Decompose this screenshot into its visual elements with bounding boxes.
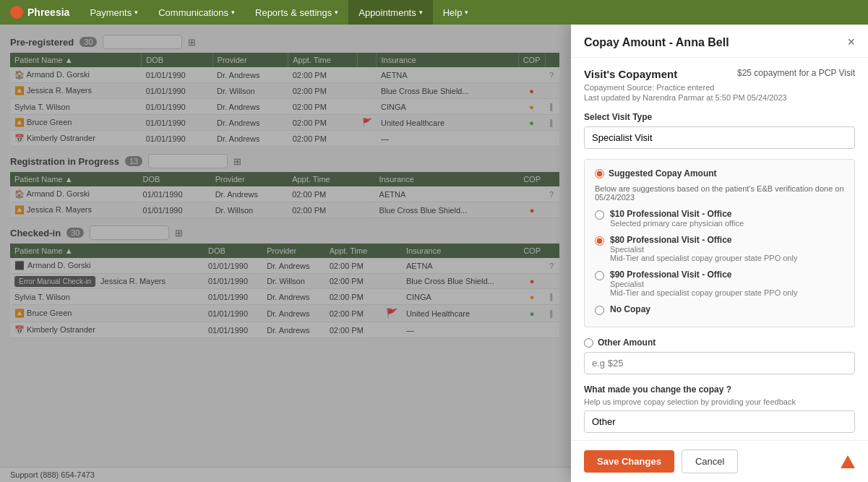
- copay-option-3-sub1: Specialist: [610, 280, 797, 288]
- copay-header: Visit's Copayment $25 copayment for a PC…: [584, 68, 855, 80]
- payments-chevron: ▾: [134, 9, 138, 16]
- save-changes-button[interactable]: Save Changes: [584, 450, 674, 473]
- communications-label: Communications: [158, 7, 228, 18]
- logo-text: Phreesia: [27, 7, 69, 18]
- copay-option-1-radio[interactable]: [595, 210, 604, 220]
- copay-option-4: No Copay: [595, 304, 844, 315]
- cancel-button[interactable]: Cancel: [682, 449, 738, 473]
- help-label: Help: [443, 7, 463, 18]
- modal-body: Visit's Copayment $25 copayment for a PC…: [571, 58, 868, 440]
- nav-item-help[interactable]: Help ▾: [433, 0, 479, 25]
- suggested-copay-radio[interactable]: [595, 169, 604, 178]
- nav-item-communications[interactable]: Communications ▾: [148, 0, 245, 25]
- copay-amount-label: $25 copayment for a PCP Visit: [737, 68, 855, 78]
- nav-item-reports[interactable]: Reports & settings ▾: [245, 0, 348, 25]
- feedback-select[interactable]: Other Insurance change Provider request: [584, 410, 855, 433]
- modal-title: Copay Amount - Anna Bell: [584, 36, 729, 49]
- help-chevron: ▾: [465, 9, 468, 16]
- copay-option-3-sub2: Mid-Tier and specialist copay grouper st…: [610, 288, 797, 297]
- modal-panel: Copay Amount - Anna Bell × Visit's Copay…: [571, 25, 868, 482]
- feedback-sub: Help us improve copay selection by provi…: [584, 397, 855, 406]
- appointments-chevron: ▾: [419, 9, 423, 16]
- copay-option-4-name: No Copay: [610, 304, 650, 314]
- copay-option-2: $80 Professional Visit - Office Speciali…: [595, 235, 844, 262]
- reports-chevron: ▾: [335, 9, 338, 16]
- suggested-copay-section: Suggested Copay Amount Below are suggest…: [584, 159, 855, 327]
- other-amount-section: Other Amount: [584, 337, 855, 374]
- other-amount-radio[interactable]: [584, 338, 593, 348]
- modal-overlay: [0, 25, 571, 482]
- suggested-radio-label: Suggested Copay Amount: [595, 168, 844, 178]
- copay-option-2-sub1: Specialist: [610, 245, 797, 254]
- scroll-up-arrow[interactable]: [841, 455, 855, 468]
- nav-bar: Phreesia Payments ▾ Communications ▾ Rep…: [0, 0, 868, 25]
- communications-chevron: ▾: [231, 9, 235, 16]
- logo-dot: [10, 6, 23, 19]
- copay-source: Copayment Source: Practice entered: [584, 83, 855, 92]
- nav-logo: Phreesia: [0, 0, 80, 25]
- copay-option-3-name: $90 Professional Visit - Office: [610, 270, 797, 280]
- reports-label: Reports & settings: [255, 7, 332, 18]
- copay-updated: Last updated by Narendra Parmar at 5:50 …: [584, 93, 855, 102]
- feedback-section: What made you change the copay ? Help us…: [584, 384, 855, 433]
- copay-option-1: $10 Professional Visit - Office Selected…: [595, 209, 844, 228]
- copay-option-3: $90 Professional Visit - Office Speciali…: [595, 270, 844, 297]
- copay-option-4-radio[interactable]: [595, 306, 604, 315]
- main-content: Pre-registered 30 ⊞ Patient Name ▲ DOB P…: [0, 25, 868, 482]
- nav-item-payments[interactable]: Payments ▾: [80, 0, 148, 25]
- suggested-desc: Below are suggestions based on the patie…: [595, 184, 844, 202]
- visits-copayment-title: Visit's Copayment: [584, 68, 677, 80]
- copay-option-3-radio[interactable]: [595, 271, 604, 280]
- suggested-copay-title: Suggested Copay Amount: [609, 168, 717, 178]
- visit-type-select[interactable]: Specialist Visit PCP Visit: [584, 126, 855, 149]
- copay-option-1-sub: Selected primary care physician office: [610, 219, 744, 228]
- visit-type-label: Select Visit Type: [584, 112, 855, 122]
- copay-option-2-sub2: Mid-Tier and specialist copay grouper st…: [610, 254, 797, 262]
- copay-option-2-name: $80 Professional Visit - Office: [610, 235, 797, 245]
- other-amount-label: Other Amount: [598, 337, 656, 348]
- copay-option-1-name: $10 Professional Visit - Office: [610, 209, 744, 219]
- appointments-label: Appointments: [358, 7, 416, 18]
- feedback-label: What made you change the copay ?: [584, 384, 855, 395]
- other-amount-input[interactable]: [584, 352, 855, 374]
- payments-label: Payments: [90, 7, 132, 18]
- modal-footer: Save Changes Cancel: [571, 440, 868, 482]
- nav-item-appointments[interactable]: Appointments ▾: [348, 0, 433, 25]
- modal-header: Copay Amount - Anna Bell ×: [571, 25, 868, 58]
- copay-option-2-radio[interactable]: [595, 236, 604, 246]
- modal-close-button[interactable]: ×: [847, 35, 855, 50]
